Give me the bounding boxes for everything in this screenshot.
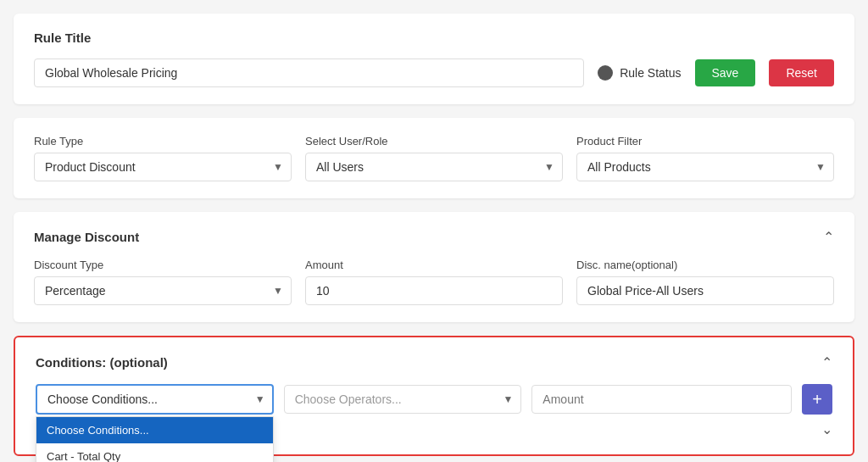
disc-name-group: Disc. name(optional)	[576, 259, 834, 305]
conditions-title: Conditions: (optional)	[36, 355, 168, 370]
reset-button[interactable]: Reset	[769, 59, 834, 86]
discount-type-label: Discount Type	[34, 259, 292, 271]
dropdown-item-choose[interactable]: Choose Conditions...	[36, 417, 273, 443]
product-filter-select[interactable]: All Products Category Specific Product	[576, 153, 834, 181]
user-role-select[interactable]: All Users Wholesale Retail	[305, 153, 563, 181]
manage-discount-section: Manage Discount ⌃ Discount Type Percenta…	[14, 212, 854, 322]
rule-type-select-wrapper: Product Discount Cart Discount ▼	[34, 153, 292, 181]
chevron-up-icon[interactable]: ⌃	[823, 229, 834, 245]
rule-title-row: Rule Status Save Reset	[34, 58, 834, 87]
chevron-down-icon[interactable]: ⌄	[821, 421, 832, 437]
conditions-section: Conditions: (optional) ⌃ Choose Conditio…	[14, 336, 854, 456]
discount-type-select-wrapper: Percentage Fixed Amount ▼	[34, 276, 292, 305]
rule-type-label: Rule Type	[34, 135, 292, 148]
chevron-up-icon[interactable]: ⌃	[821, 354, 832, 370]
rule-title-section: Rule Title Rule Status Save Reset	[14, 14, 854, 104]
conditions-dropdown-list: Choose Conditions... Cart - Total Qty Ca…	[36, 416, 274, 462]
product-filter-group: Product Filter All Products Category Spe…	[576, 135, 834, 181]
toggle-icon[interactable]	[598, 65, 613, 81]
rule-type-group: Rule Type Product Discount Cart Discount…	[34, 135, 292, 181]
discount-type-select[interactable]: Percentage Fixed Amount	[34, 276, 292, 305]
rule-title-input[interactable]	[34, 58, 584, 87]
conditions-header: Conditions: (optional) ⌃	[36, 354, 832, 370]
manage-discount-grid: Discount Type Percentage Fixed Amount ▼ …	[34, 259, 834, 305]
disc-name-label: Disc. name(optional)	[576, 259, 834, 271]
conditions-amount-input[interactable]	[531, 385, 792, 414]
operators-select-wrapper: Choose Operators... Greater Than Less Th…	[284, 385, 522, 414]
user-role-group: Select User/Role All Users Wholesale Ret…	[305, 135, 563, 181]
amount-input[interactable]	[305, 276, 563, 305]
user-role-select-wrapper: All Users Wholesale Retail ▼	[305, 153, 563, 181]
conditions-select-wrapper: Choose Conditions... Cart - Total Qty Ca…	[36, 384, 274, 415]
manage-discount-title: Manage Discount	[34, 230, 139, 244]
rule-type-section: Rule Type Product Discount Cart Discount…	[14, 118, 854, 198]
save-button[interactable]: Save	[695, 59, 756, 86]
product-filter-label: Product Filter	[576, 135, 834, 148]
add-condition-button[interactable]: +	[802, 384, 832, 415]
conditions-row: Choose Conditions... Cart - Total Qty Ca…	[36, 384, 832, 415]
rule-title-heading: Rule Title	[34, 31, 834, 45]
discount-type-group: Discount Type Percentage Fixed Amount ▼	[34, 259, 292, 305]
rule-type-grid: Rule Type Product Discount Cart Discount…	[34, 135, 834, 181]
disc-name-input[interactable]	[576, 276, 834, 305]
rule-status-label: Rule Status	[620, 66, 681, 80]
rule-type-select[interactable]: Product Discount Cart Discount	[34, 153, 292, 181]
amount-group: Amount	[305, 259, 563, 305]
amount-label: Amount	[305, 259, 563, 271]
manage-discount-header: Manage Discount ⌃	[34, 229, 834, 245]
conditions-select[interactable]: Choose Conditions... Cart - Total Qty Ca…	[36, 384, 274, 415]
dropdown-item-cart-qty[interactable]: Cart - Total Qty	[36, 443, 273, 462]
product-filter-select-wrapper: All Products Category Specific Product ▼	[576, 153, 834, 181]
rule-status-group: Rule Status	[598, 65, 681, 81]
user-role-label: Select User/Role	[305, 135, 563, 148]
operators-select[interactable]: Choose Operators... Greater Than Less Th…	[284, 385, 522, 414]
